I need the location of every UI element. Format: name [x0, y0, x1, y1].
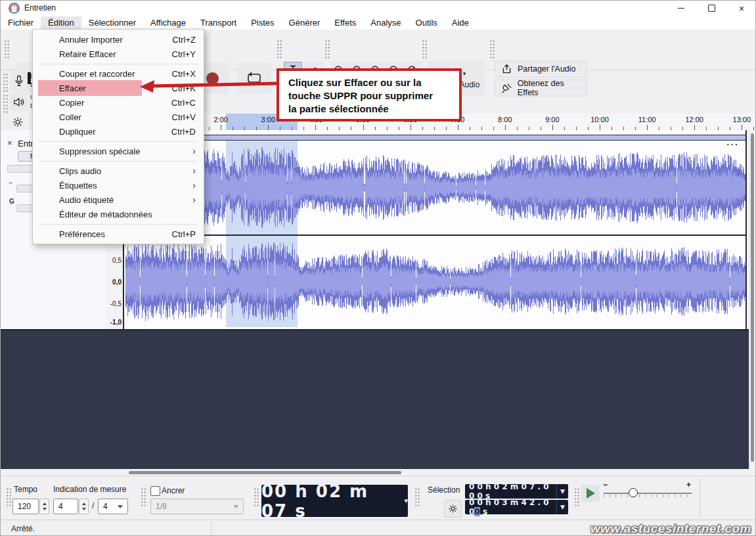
statusbar-separator: [211, 522, 211, 536]
share-icon: [501, 64, 512, 75]
menu-item-etiquettes[interactable]: Étiquettes›: [33, 178, 204, 192]
snapping-grip[interactable]: [141, 487, 146, 507]
time-signature-grip[interactable]: [6, 487, 12, 507]
menu-item-shortcut: Ctrl+Z: [172, 35, 196, 45]
audio-setup-grip[interactable]: [422, 39, 428, 59]
playback-meter-button[interactable]: [10, 93, 28, 111]
menubar-item-selectionner[interactable]: Sélectionner: [81, 16, 143, 29]
vertical-scrollbar-thumb[interactable]: [751, 133, 754, 462]
ruler-tick: [600, 125, 600, 130]
track-canvas-background: [1, 330, 749, 469]
menu-item-editeur-de-metadonnees[interactable]: Éditeur de métadonnées: [33, 207, 204, 221]
gear-icon: [448, 504, 458, 514]
menu-separator: [33, 221, 204, 227]
menubar-item-analyse[interactable]: Analyse: [363, 16, 408, 29]
submenu-arrow-icon: ›: [192, 166, 196, 176]
selection-start-field[interactable]: 0 0 h 0 2 m 0 7 . 0 0 0 s ▼: [465, 484, 568, 499]
play-speed-grip[interactable]: [574, 487, 580, 507]
ruler-tick: [363, 125, 364, 130]
menu-item-coller[interactable]: CollerCtrl+V: [33, 110, 204, 124]
record-meter-button[interactable]: [10, 72, 28, 90]
ruler-tick: [742, 125, 742, 130]
selection-grip[interactable]: [414, 487, 420, 507]
speed-minus-label: −: [603, 480, 608, 489]
scale-label: 0,5: [112, 257, 122, 264]
close-button[interactable]: ×: [726, 1, 756, 16]
ruler-label: 12:00: [685, 116, 703, 123]
timeline-options-gear-icon[interactable]: [12, 116, 24, 128]
ruler-label: 3:00: [261, 116, 275, 123]
menubar-item-transport[interactable]: Transport: [193, 16, 244, 29]
menu-separator: [33, 61, 204, 66]
menubar-item-effets[interactable]: Effets: [327, 16, 363, 29]
get-effects-button[interactable]: Obtenez des Effets: [495, 79, 587, 97]
snap-select[interactable]: 1/8: [150, 499, 244, 514]
menu-item-annuler-importer[interactable]: Annuler ImporterCtrl+Z: [33, 32, 204, 47]
record-meter-grip[interactable]: [3, 73, 9, 93]
ruler-tick: [221, 125, 221, 130]
menu-item-label: Préférences: [59, 229, 105, 239]
menu-item-audio-etiquete[interactable]: Audio étiqueté›: [33, 192, 204, 207]
horizontal-scrollbar-thumb[interactable]: [129, 471, 401, 474]
selection-options-button[interactable]: [444, 500, 462, 518]
annotation-callout: Cliquez sur Effacer ou sur la touche SUP…: [277, 68, 462, 122]
menu-item-dupliquer[interactable]: DupliquerCtrl+D: [33, 124, 204, 139]
footer-dock: Tempo 120 Indication de mesure 4 / 4 Anc…: [1, 476, 756, 520]
plug-icon: [501, 83, 512, 94]
time-signature-lower-select[interactable]: 4: [98, 499, 128, 514]
playback-meter-grip[interactable]: [3, 94, 9, 114]
anchor-label: Ancrer: [162, 486, 185, 495]
menubar-item-pistes[interactable]: Pistes: [244, 16, 281, 29]
menubar: FichierÉditionSélectionnerAffichageTrans…: [1, 16, 756, 30]
submenu-arrow-icon: ›: [192, 194, 196, 205]
share-audio-label: Partager l'Audio: [518, 64, 576, 74]
watermark: www.astucesinternet.com: [590, 522, 751, 536]
audio-position-display[interactable]: 00 h 02 m 07 s ▾: [261, 485, 408, 517]
play-speed-slider-thumb[interactable]: [629, 488, 638, 497]
play-at-speed-button[interactable]: [581, 485, 600, 502]
transport-grip[interactable]: [4, 39, 10, 59]
clip-overflow-menu-icon[interactable]: ···: [722, 141, 744, 150]
audacity-window: Entretien × FichierÉditionSélectionnerAf…: [0, 0, 756, 536]
menubar-item-aide[interactable]: Aide: [445, 16, 476, 29]
tempo-spinner[interactable]: [39, 499, 49, 514]
menu-item-label: Dupliquer: [59, 127, 96, 137]
gain-minus-label: −: [9, 179, 12, 187]
submenu-arrow-icon: ›: [192, 180, 196, 190]
clip-header-bar[interactable]: [125, 135, 745, 141]
menubar-item-edition[interactable]: Édition: [41, 16, 81, 29]
tools-grip[interactable]: [277, 39, 282, 59]
time-signature-upper-input[interactable]: 4: [53, 499, 78, 514]
menu-item-preferences[interactable]: PréférencesCtrl+P: [33, 227, 204, 241]
ruler-tick: [505, 125, 506, 130]
waveform-channel-right[interactable]: [125, 236, 745, 327]
share-audio-button[interactable]: Partager l'Audio: [495, 60, 587, 78]
menubar-item-outils[interactable]: Outils: [409, 16, 445, 29]
ruler-tick: [315, 125, 316, 130]
menubar-item-generer[interactable]: Générer: [282, 16, 328, 29]
menu-item-refaire-effacer[interactable]: Refaire EffacerCtrl+Y: [33, 47, 204, 61]
selection-end-field[interactable]: 0 0 h 0 3 m 4 2 . 0 00 s ▼: [465, 500, 568, 514]
tempo-input[interactable]: 120: [12, 499, 39, 514]
speaker-icon: [13, 97, 25, 107]
ruler-label: 8:00: [498, 116, 512, 123]
footer-divider: [700, 479, 700, 517]
waveform-channel-left[interactable]: [125, 141, 745, 234]
menu-item-label: Coller: [59, 112, 81, 122]
time-grip[interactable]: [254, 487, 259, 507]
menubar-item-affichage[interactable]: Affichage: [143, 16, 193, 29]
minimize-button[interactable]: [666, 1, 696, 16]
maximize-button[interactable]: [696, 1, 726, 16]
ruler-tick: [411, 125, 411, 130]
menu-item-clips-audio[interactable]: Clips audio›: [33, 164, 204, 178]
menu-item-suppression-speciale[interactable]: Suppression spéciale›: [33, 144, 204, 158]
play-speed-slider[interactable]: [604, 493, 692, 494]
ruler-label: 11:00: [638, 116, 656, 123]
ruler-tick: [694, 125, 695, 130]
track-close-icon[interactable]: ×: [7, 138, 12, 148]
share-grip[interactable]: [489, 39, 495, 59]
time-signature-spinner[interactable]: [79, 499, 89, 514]
zoom-grip[interactable]: [324, 39, 330, 59]
anchor-checkbox[interactable]: [150, 486, 160, 496]
menubar-item-fichier[interactable]: Fichier: [1, 16, 41, 29]
